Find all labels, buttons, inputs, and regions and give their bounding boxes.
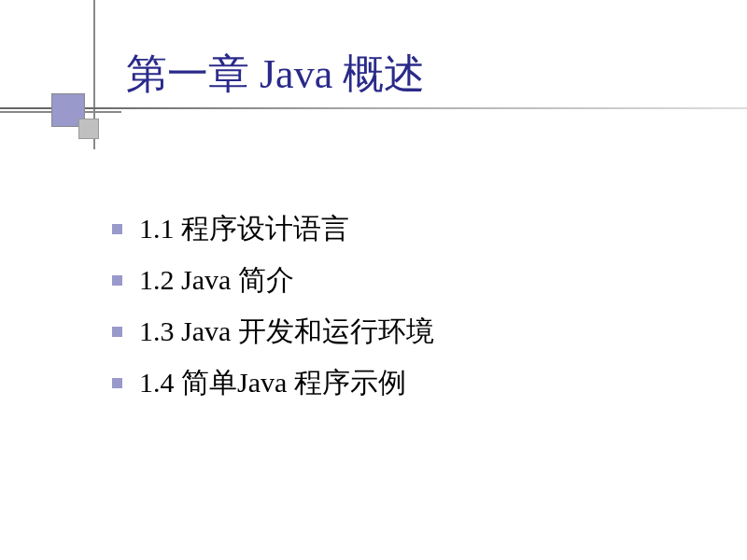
bullet-icon <box>112 327 122 337</box>
list-item: 1.3 Java 开发和运行环境 <box>112 313 434 351</box>
list-item-text: 1.1 程序设计语言 <box>139 210 349 248</box>
list-item: 1.2 Java 简介 <box>112 261 434 300</box>
bullet-icon <box>112 378 122 388</box>
decorative-square-small <box>78 119 99 139</box>
list-item-text: 1.2 Java 简介 <box>139 261 294 300</box>
bullet-icon <box>112 275 122 286</box>
list-item-text: 1.3 Java 开发和运行环境 <box>139 313 434 351</box>
title-underline <box>0 107 747 109</box>
list-item: 1.4 简单Java 程序示例 <box>112 364 434 402</box>
list-item-text: 1.4 简单Java 程序示例 <box>139 364 406 402</box>
content-list: 1.1 程序设计语言 1.2 Java 简介 1.3 Java 开发和运行环境 … <box>112 210 434 415</box>
list-item: 1.1 程序设计语言 <box>112 210 434 248</box>
bullet-icon <box>112 224 122 234</box>
slide-title: 第一章 Java 概述 <box>126 47 425 102</box>
